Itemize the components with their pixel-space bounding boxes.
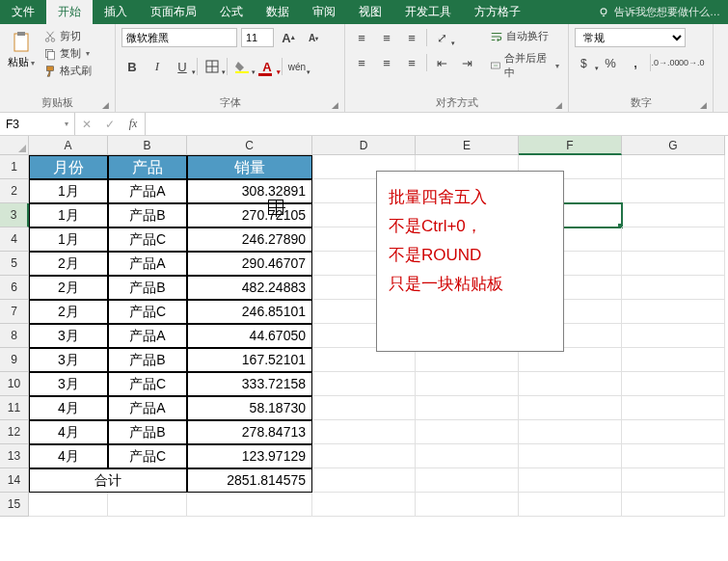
cell[interactable]: 270.72105 [187, 203, 312, 227]
cell[interactable]: 482.24883 [187, 276, 312, 300]
table-header[interactable]: 月份 [29, 155, 108, 179]
row-header[interactable]: 7 [0, 300, 29, 324]
cell[interactable]: 产品A [108, 324, 187, 348]
select-all-button[interactable] [0, 136, 29, 155]
cell[interactable] [416, 468, 519, 493]
col-header-B[interactable]: B [108, 136, 187, 155]
cell[interactable]: 产品A [108, 179, 187, 203]
merge-center-button[interactable]: 合并后居中 [487, 50, 562, 81]
cell[interactable]: 1月 [29, 179, 108, 203]
cell[interactable] [416, 396, 519, 420]
cell[interactable]: 2月 [29, 252, 108, 276]
cell[interactable]: 4月 [29, 420, 108, 444]
cell[interactable]: 333.72158 [187, 372, 312, 396]
cell[interactable] [622, 420, 725, 444]
row-header[interactable]: 5 [0, 252, 29, 276]
tab-formulas[interactable]: 公式 [208, 0, 255, 24]
cell[interactable]: 产品C [108, 300, 187, 324]
col-header-E[interactable]: E [416, 136, 519, 155]
cell[interactable] [622, 444, 725, 468]
bold-button[interactable]: B [121, 57, 143, 76]
percent-button[interactable]: % [600, 53, 621, 72]
cell[interactable]: 1月 [29, 203, 108, 227]
formula-input[interactable] [146, 113, 728, 135]
cut-button[interactable]: 剪切 [40, 28, 94, 44]
tab-developer[interactable]: 开发工具 [393, 0, 463, 24]
cell[interactable] [622, 493, 725, 517]
tab-file[interactable]: 文件 [0, 0, 46, 24]
cell[interactable] [622, 372, 725, 396]
cell[interactable]: 产品B [108, 420, 187, 444]
cell[interactable] [312, 396, 416, 420]
decrease-indent-button[interactable]: ⇤ [431, 53, 452, 72]
italic-button[interactable]: I [147, 57, 168, 76]
cell[interactable] [312, 372, 416, 396]
col-header-F[interactable]: F [519, 136, 622, 155]
row-header[interactable]: 9 [0, 348, 29, 372]
cell[interactable] [622, 227, 725, 252]
total-label-cell[interactable]: 合计 [29, 468, 187, 493]
cell[interactable]: 3月 [29, 348, 108, 372]
font-color-button[interactable]: A [256, 57, 278, 76]
cell[interactable] [312, 444, 416, 468]
align-left-button[interactable]: ≡ [351, 53, 372, 72]
table-header[interactable]: 产品 [108, 155, 187, 179]
cell[interactable]: 246.27890 [187, 227, 312, 252]
dialog-launcher-icon[interactable]: ◢ [102, 100, 109, 110]
cell[interactable] [519, 468, 622, 493]
row-header[interactable]: 15 [0, 493, 29, 517]
tab-insert[interactable]: 插入 [93, 0, 139, 24]
cell[interactable] [622, 300, 725, 324]
format-painter-button[interactable]: 格式刷 [40, 63, 94, 79]
tab-fangfang[interactable]: 方方格子 [463, 0, 532, 24]
cell[interactable] [519, 396, 622, 420]
font-name-input[interactable] [121, 28, 237, 47]
row-header[interactable]: 14 [0, 468, 29, 493]
cell[interactable] [622, 276, 725, 300]
col-header-C[interactable]: C [187, 136, 312, 155]
cell[interactable] [312, 420, 416, 444]
align-bottom-button[interactable]: ≡ [401, 28, 422, 47]
cell[interactable]: 产品B [108, 203, 187, 227]
cell[interactable] [622, 203, 725, 227]
cell[interactable] [622, 324, 725, 348]
row-header[interactable]: 10 [0, 372, 29, 396]
cell[interactable]: 4月 [29, 396, 108, 420]
underline-button[interactable]: U [172, 57, 193, 76]
cell[interactable]: 290.46707 [187, 252, 312, 276]
cell[interactable]: 产品A [108, 396, 187, 420]
increase-indent-button[interactable]: ⇥ [456, 53, 477, 72]
row-header[interactable]: 2 [0, 179, 29, 203]
row-header[interactable]: 12 [0, 420, 29, 444]
cell[interactable]: 278.84713 [187, 420, 312, 444]
insert-function-button[interactable]: fx [121, 117, 145, 131]
enter-formula-button[interactable]: ✓ [98, 118, 121, 131]
col-header-A[interactable]: A [29, 136, 108, 155]
row-header[interactable]: 1 [0, 155, 29, 179]
cell[interactable]: 2月 [29, 300, 108, 324]
accounting-format-button[interactable]: $ [575, 53, 596, 72]
annotation-box[interactable]: 批量四舍五入 不是Ctrl+0， 不是ROUND 只是一块粘贴板 [376, 171, 564, 352]
cell[interactable] [622, 179, 725, 203]
phonetic-button[interactable]: wén [286, 57, 308, 76]
row-header[interactable]: 8 [0, 324, 29, 348]
cell[interactable]: 产品B [108, 348, 187, 372]
table-header[interactable]: 销量 [187, 155, 312, 179]
fill-color-button[interactable] [231, 57, 253, 76]
cell[interactable] [187, 493, 312, 517]
col-header-G[interactable]: G [622, 136, 725, 155]
increase-decimal-button[interactable]: .0→.00 [655, 53, 676, 72]
cell[interactable] [29, 493, 108, 517]
paste-button[interactable]: 粘贴 [6, 28, 37, 71]
cell[interactable] [519, 372, 622, 396]
cell[interactable] [416, 444, 519, 468]
cell[interactable] [622, 396, 725, 420]
dialog-launcher-icon[interactable]: ◢ [700, 100, 707, 110]
cell[interactable] [108, 493, 187, 517]
tab-view[interactable]: 视图 [347, 0, 393, 24]
cell[interactable] [519, 444, 622, 468]
cell[interactable]: 1月 [29, 227, 108, 252]
col-header-D[interactable]: D [312, 136, 416, 155]
cell[interactable]: 123.97129 [187, 444, 312, 468]
cell[interactable]: 4月 [29, 444, 108, 468]
